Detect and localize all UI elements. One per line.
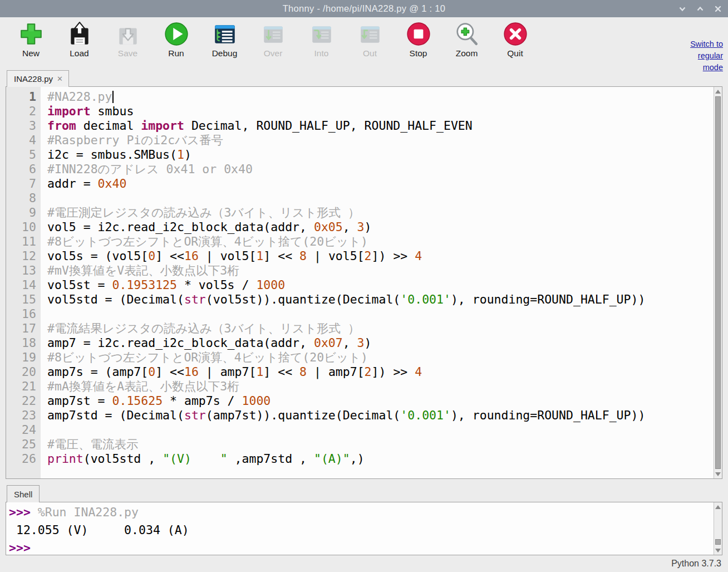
code-line[interactable]: vol5st = 0.1953125 * vol5s / 1000 [47,278,714,292]
toolbar-label: Out [363,48,377,58]
shell-tabbar: Shell [0,479,728,502]
titlebar: Thonny - /home/pi/INA228.py @ 1 : 10 [0,0,728,17]
scroll-up-icon[interactable] [714,87,722,96]
shell-line[interactable]: 12.055 (V) 0.034 (A) [9,521,711,539]
editor-code[interactable]: #NA228.pyimport smbusfrom decimal import… [41,87,714,478]
shell-line[interactable]: >>> %Run INA228.py [9,503,711,521]
code-line[interactable]: amp7 = i2c.read_i2c_block_data(addr, 0x0… [47,336,714,350]
code-line[interactable]: #電圧、電流表示 [47,437,714,452]
code-line[interactable]: #INN228のアドレス 0x41 or 0x40 [47,162,714,177]
switch-to-regular-mode-link[interactable]: Switch to regular mode [681,38,723,74]
code-line[interactable]: vol5s = (vol5[0] <<16 | vol5[1] << 8 | v… [47,249,714,263]
text-cursor [112,91,114,103]
code-line[interactable]: vol5std = (Decimal(str(vol5st)).quantize… [47,292,714,307]
code-line[interactable]: amp7st = 0.15625 * amp7s / 1000 [47,394,714,408]
code-line[interactable]: addr = 0x40 [47,177,714,191]
code-line[interactable]: import smbus [47,104,714,119]
toolbar-label: Into [314,48,329,58]
tab-ina228[interactable]: INA228.py ✕ [7,70,69,87]
code-line[interactable]: #電流結果レジスタの読み込み（3バイト、リスト形式 ） [47,321,714,336]
close-window-button[interactable] [714,4,722,13]
line-number: 18 [6,336,36,350]
code-line[interactable]: #8ビットづつ左シフトとOR演算、4ビット捨て(20ビット) [47,234,714,249]
code-line[interactable]: #NA228.py [47,90,714,104]
stop-icon [406,21,431,47]
save-button: Save [104,21,152,58]
toolbar-label: Debug [212,48,238,58]
code-line[interactable]: print(vol5std , "(V) " ,amp7std , "(A)",… [47,452,714,466]
line-number: 23 [6,408,36,423]
code-line[interactable] [47,191,714,206]
line-number: 14 [6,278,36,292]
step-into-icon [309,21,335,47]
line-number: 21 [6,379,36,394]
zoom-button[interactable]: Zoom [442,21,491,58]
quit-button[interactable]: Quit [491,21,539,58]
run-icon [164,21,189,47]
debug-icon [212,21,238,47]
toolbar-label: Stop [410,48,427,58]
line-number: 16 [6,307,36,321]
scrollbar-thumb[interactable] [715,96,721,469]
code-line[interactable]: #Raspberry Piのi2cバス番号 [47,133,714,148]
line-number: 19 [6,350,36,365]
stop-button[interactable]: Stop [394,21,442,58]
code-line[interactable] [47,423,714,437]
shell-tab-label: Shell [14,490,32,499]
editor-scrollbar[interactable] [714,87,722,478]
tab-close-icon[interactable]: ✕ [57,75,63,83]
code-editor[interactable]: 1234567891011121314151617181920212223242… [6,86,722,479]
shell-line[interactable]: >>> [9,539,711,555]
debug-button[interactable]: Debug [200,21,249,58]
line-number: 1 [6,90,36,104]
code-line[interactable]: #電圧測定レジスタの読み込み（3バイト、リスト形式 ） [47,206,714,220]
zoom-icon [454,21,480,47]
step-over-button: Over [249,21,297,58]
step-out-icon [357,21,383,47]
code-line[interactable] [47,307,714,321]
line-number: 2 [6,104,36,119]
chevron-down-icon [678,5,686,13]
tab-shell[interactable]: Shell [7,485,40,502]
code-line[interactable]: vol5 = i2c.read_i2c_block_data(addr, 0x0… [47,220,714,234]
line-number: 25 [6,437,36,452]
statusbar: Python 3.7.3 [0,555,728,572]
save-file-icon [115,21,141,47]
chevron-up-icon [696,5,704,13]
line-number: 10 [6,220,36,234]
scroll-up-icon[interactable] [714,502,722,511]
window-controls [678,0,722,17]
line-number: 9 [6,206,36,220]
close-icon [714,5,722,13]
scroll-down-icon[interactable] [714,546,722,555]
new-button[interactable]: New [7,21,55,58]
code-line[interactable]: i2c = smbus.SMBus(1) [47,148,714,162]
line-number: 8 [6,191,36,206]
shell-scrollbar[interactable] [714,502,722,555]
code-line[interactable]: amp7std = (Decimal(str(amp7st)).quantize… [47,408,714,423]
code-line[interactable]: #mA換算値をA表記、小数点以下3桁 [47,379,714,394]
toolbar-label: New [22,48,40,58]
minimize-button[interactable] [678,4,687,13]
shell-pane[interactable]: >>> %Run INA228.py 12.055 (V) 0.034 (A)>… [6,502,722,555]
scroll-down-icon[interactable] [714,470,722,478]
quit-icon [503,21,528,47]
shell-output[interactable]: >>> %Run INA228.py 12.055 (V) 0.034 (A)>… [6,502,722,555]
line-number: 24 [6,423,36,437]
run-button[interactable]: Run [152,21,200,58]
toolbar-label: Run [168,48,184,58]
toolbar-label: Save [118,48,137,58]
code-line[interactable]: #mV換算値をV表記、小数点以下3桁 [47,263,714,278]
line-number: 15 [6,292,36,307]
code-line[interactable]: #8ビットづつ左シフトとOR演算、4ビット捨て(20ビット) [47,350,714,365]
scrollbar-thumb[interactable] [715,539,721,545]
load-button[interactable]: Load [55,21,104,58]
line-number: 22 [6,394,36,408]
toolbar: New Load Save Run [0,17,728,69]
line-number: 4 [6,133,36,148]
maximize-button[interactable] [696,4,705,13]
new-file-icon [18,21,44,47]
code-line[interactable]: amp7s = (amp7[0] <<16 | amp7[1] << 8 | a… [47,365,714,379]
thonny-window: Thonny - /home/pi/INA228.py @ 1 : 10 [0,0,728,572]
code-line[interactable]: from decimal import Decimal, ROUND_HALF_… [47,119,714,133]
